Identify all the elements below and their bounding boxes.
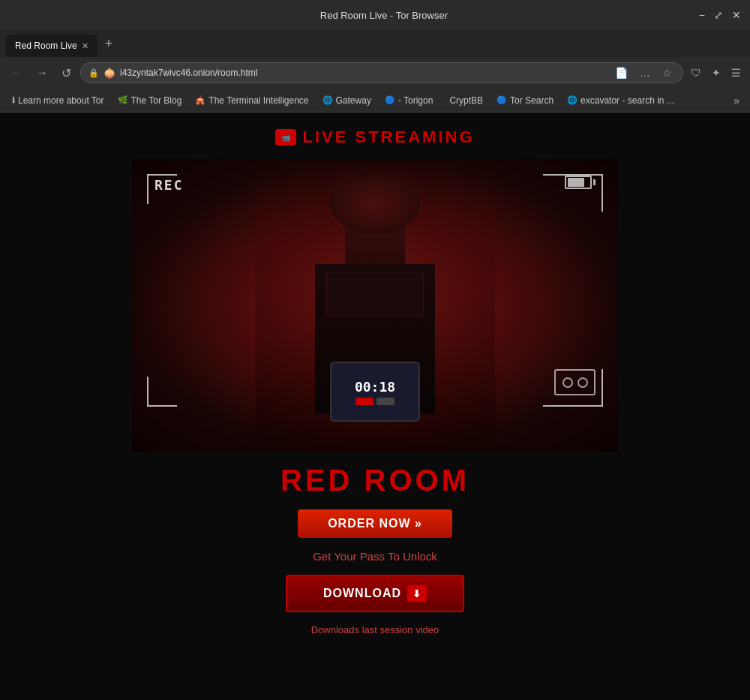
camera-icon: 📹: [275, 129, 296, 146]
download-subtext: Downloads last session video: [311, 624, 440, 635]
url-display[interactable]: i43zyntak7wivc46.onion/room.html: [120, 68, 608, 78]
bookmark-label: excavator - search in ...: [580, 95, 674, 106]
battery-fill: [568, 178, 584, 187]
tor-network-btn[interactable]: ✦: [709, 64, 724, 82]
bookmark-icon-blog: 🌿: [118, 95, 128, 105]
address-bar-icons: 📄 … ☆: [612, 64, 675, 82]
download-button[interactable]: DOWNLOAD ⬇: [286, 575, 464, 612]
timer-controls: [356, 398, 394, 405]
bookmark-terminal[interactable]: 🎪 The Terminal Intelligence: [189, 94, 314, 107]
active-tab[interactable]: Red Room Live ✕: [6, 35, 98, 57]
browser-title: Red Room Live - Tor Browser: [69, 10, 699, 21]
new-tab-button[interactable]: +: [100, 37, 118, 50]
download-icon: ⬇: [407, 585, 427, 602]
bookmark-gateway[interactable]: 🌐 Gateway: [316, 94, 377, 107]
page-content: 📹 LIVE STREAMING: [0, 113, 750, 700]
live-streaming-label: LIVE STREAMING: [302, 128, 474, 147]
window-controls: − ⤢ ✕: [699, 10, 741, 20]
unlock-text: Get Your Pass To Unlock: [313, 550, 437, 563]
tab-label: Red Room Live: [15, 41, 77, 51]
rec-label: REC: [154, 177, 184, 193]
bookmark-icon-tor-search: 🔵: [496, 95, 507, 105]
battery-tip: [593, 179, 596, 185]
page-inner: 📹 LIVE STREAMING: [101, 113, 649, 700]
bookmark-label: Tor Search: [510, 95, 554, 106]
bookmark-label: Gateway: [336, 95, 371, 106]
security-lock-icon: 🔒: [88, 68, 99, 78]
more-options-btn[interactable]: …: [637, 64, 653, 82]
order-btn-label: ORDER NOW »: [328, 517, 422, 530]
forward-button[interactable]: →: [32, 63, 52, 83]
onion-icon: 🧅: [104, 68, 116, 79]
back-button[interactable]: ←: [6, 63, 27, 83]
address-bar[interactable]: 🔒 🧅 i43zyntak7wivc46.onion/room.html 📄 ……: [80, 62, 683, 83]
camera-corner-bl: [147, 377, 177, 407]
navigation-bar: ← → ↺ 🔒 🧅 i43zyntak7wivc46.onion/room.ht…: [0, 57, 750, 89]
cassette-reel-left: [562, 377, 573, 388]
bookmark-tor-blog[interactable]: 🌿 The Tor Blog: [112, 94, 188, 107]
battery-body: [565, 176, 592, 189]
close-button[interactable]: ✕: [732, 10, 741, 20]
bookmark-label: The Tor Blog: [131, 95, 182, 106]
bookmark-icon-gateway: 🌐: [322, 95, 333, 105]
bookmark-label: CryptBB: [449, 95, 483, 106]
order-now-button[interactable]: ORDER NOW »: [298, 509, 452, 538]
maximize-button[interactable]: ⤢: [714, 10, 723, 20]
timer-btn-gray: [376, 398, 394, 405]
cassette-reel-right: [578, 377, 588, 388]
tab-bar: Red Room Live ✕ +: [0, 30, 750, 57]
minimize-button[interactable]: −: [699, 10, 705, 20]
bookmarks-more-btn[interactable]: »: [729, 93, 744, 108]
bookmark-tor-search[interactable]: 🔵 Tor Search: [490, 94, 560, 107]
bookmark-learn-tor[interactable]: ℹ Learn more about Tor: [6, 94, 110, 107]
download-btn-label: DOWNLOAD: [323, 587, 401, 600]
shield-icon[interactable]: 🛡: [688, 64, 704, 82]
reload-button[interactable]: ↺: [57, 63, 76, 83]
bookmark-label: - Torigon: [398, 95, 433, 106]
bookmark-btn[interactable]: ☆: [659, 64, 675, 82]
bookmark-torigon[interactable]: 🔵 - Torigon: [379, 94, 439, 107]
bookmark-icon-terminal: 🎪: [195, 95, 206, 105]
bookmark-label: Learn more about Tor: [18, 95, 104, 106]
cassette-icon: [554, 369, 596, 395]
bookmark-icon-torigon: 🔵: [385, 95, 395, 105]
red-room-title: RED ROOM: [280, 464, 470, 497]
bookmark-excavator[interactable]: 🌐 excavator - search in ...: [561, 94, 680, 107]
bookmark-icon-excavator: 🌐: [567, 95, 578, 105]
timer-tablet: 00:18: [330, 362, 420, 422]
bookmarks-bar: ℹ Learn more about Tor 🌿 The Tor Blog 🎪 …: [0, 89, 750, 113]
bookmark-label: The Terminal Intelligence: [208, 95, 308, 106]
bookmark-cryptbb[interactable]: CryptBB: [440, 94, 489, 107]
bookmark-icon-learn: ℹ: [12, 95, 15, 105]
video-frame: REC 00:18: [132, 159, 618, 452]
title-bar: Red Room Live - Tor Browser − ⤢ ✕: [0, 0, 750, 30]
live-streaming-header: 📹 LIVE STREAMING: [275, 128, 474, 147]
tab-close-btn[interactable]: ✕: [82, 41, 88, 51]
timer-btn-red: [356, 398, 374, 405]
timer-display: 00:18: [355, 379, 395, 395]
battery-indicator: [565, 176, 596, 189]
menu-btn[interactable]: ☰: [728, 64, 744, 82]
reader-mode-btn[interactable]: 📄: [612, 64, 631, 82]
